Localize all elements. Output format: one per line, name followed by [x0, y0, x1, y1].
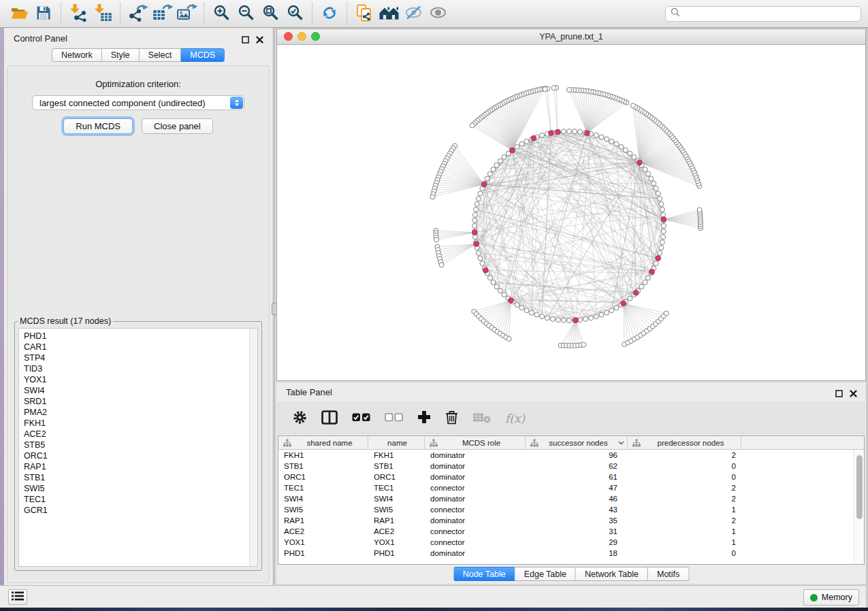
- graph-hub-node[interactable]: [481, 182, 487, 187]
- graph-node[interactable]: [545, 316, 549, 320]
- mcds-result-item[interactable]: STP4: [24, 352, 257, 363]
- graph-hub-node[interactable]: [656, 256, 661, 261]
- graph-node[interactable]: [605, 310, 609, 315]
- graph-hub-node[interactable]: [633, 290, 639, 295]
- graph-node[interactable]: [534, 312, 539, 317]
- new-network-from-selection-button[interactable]: [352, 3, 376, 24]
- graph-node[interactable]: [609, 139, 614, 144]
- graph-node[interactable]: [628, 296, 632, 301]
- graph-node[interactable]: [609, 308, 614, 313]
- graph-node[interactable]: [659, 246, 664, 250]
- graph-node[interactable]: [643, 280, 647, 285]
- column-menu-chevron-icon[interactable]: [618, 441, 624, 445]
- mcds-result-item[interactable]: STB5: [24, 440, 257, 450]
- tab-network[interactable]: Network: [52, 48, 102, 62]
- table-scrollbar-thumb[interactable]: [856, 455, 863, 519]
- table-row[interactable]: ACE2ACE2connector311: [278, 526, 864, 537]
- show-columns-button[interactable]: [321, 410, 338, 427]
- window-close-button[interactable]: [284, 32, 293, 41]
- graph-node[interactable]: [658, 197, 662, 201]
- select-all-button[interactable]: [352, 413, 370, 424]
- mcds-result-item[interactable]: ORC1: [24, 450, 257, 461]
- float-panel-icon[interactable]: [242, 34, 249, 46]
- graph-node[interactable]: [507, 337, 511, 342]
- graph-node[interactable]: [470, 123, 475, 128]
- table-row[interactable]: SWI5SWI5connector431: [278, 504, 864, 515]
- column-header-successor-nodes[interactable]: successor nodes: [526, 436, 628, 449]
- tab-mcds[interactable]: MCDS: [181, 48, 225, 62]
- graph-node[interactable]: [619, 144, 624, 149]
- graph-node[interactable]: [697, 208, 702, 212]
- table-tab-edge-table[interactable]: Edge Table: [515, 567, 576, 581]
- graph-node[interactable]: [646, 171, 651, 176]
- graph-node[interactable]: [594, 133, 598, 137]
- run-mcds-button[interactable]: Run MCDS: [63, 118, 133, 134]
- hide-button[interactable]: [401, 3, 425, 24]
- graph-node[interactable]: [573, 129, 577, 134]
- network-canvas[interactable]: [277, 45, 865, 380]
- graph-node[interactable]: [524, 139, 529, 144]
- graph-hub-node[interactable]: [555, 129, 560, 135]
- tab-style[interactable]: Style: [102, 48, 140, 62]
- table-tab-network-table[interactable]: Network Table: [576, 567, 648, 581]
- graph-hub-node[interactable]: [573, 318, 579, 323]
- graph-node[interactable]: [498, 288, 502, 293]
- graph-node[interactable]: [502, 154, 507, 159]
- table-row[interactable]: ORC1ORC1dominator610: [278, 472, 864, 482]
- graph-node[interactable]: [476, 197, 481, 201]
- graph-node[interactable]: [567, 318, 572, 323]
- graph-node[interactable]: [581, 342, 586, 347]
- graph-node[interactable]: [561, 318, 566, 323]
- graph-node[interactable]: [605, 137, 609, 142]
- export-table-button[interactable]: [150, 3, 174, 24]
- memory-button[interactable]: Memory: [803, 589, 859, 606]
- network-window-titlebar[interactable]: YPA_prune.txt_1: [277, 29, 865, 45]
- delete-column-button[interactable]: [445, 410, 458, 427]
- fit-content-button[interactable]: [258, 3, 283, 24]
- graph-node[interactable]: [589, 316, 594, 320]
- graph-hub-node[interactable]: [621, 301, 626, 306]
- graph-node[interactable]: [664, 311, 669, 316]
- zoom-in-button[interactable]: [209, 3, 234, 24]
- graph-node[interactable]: [656, 191, 660, 196]
- graph-hub-node[interactable]: [483, 267, 488, 273]
- graph-node[interactable]: [487, 276, 492, 280]
- graph-node[interactable]: [498, 159, 502, 163]
- graph-node[interactable]: [485, 176, 489, 181]
- graph-hub-node[interactable]: [585, 131, 590, 136]
- graph-node[interactable]: [474, 207, 479, 212]
- graph-hub-node[interactable]: [474, 242, 479, 247]
- graph-node[interactable]: [659, 201, 664, 206]
- close-panel-button[interactable]: Close panel: [142, 118, 213, 134]
- graph-node[interactable]: [628, 151, 632, 156]
- graph-hub-node[interactable]: [637, 160, 642, 165]
- open-file-button[interactable]: [7, 3, 31, 24]
- zoom-out-button[interactable]: [234, 3, 258, 24]
- column-header-mcds-role[interactable]: MCDS role: [425, 436, 526, 449]
- table-row[interactable]: SWI4SWI4dominator462: [278, 493, 864, 504]
- graph-node[interactable]: [556, 318, 560, 323]
- graph-node[interactable]: [632, 154, 637, 159]
- graph-node[interactable]: [654, 261, 658, 266]
- graph-node[interactable]: [599, 135, 604, 139]
- graph-hub-node[interactable]: [509, 298, 514, 303]
- table-row[interactable]: FKH1FKH1dominator962: [278, 450, 864, 461]
- houses-button[interactable]: [376, 3, 401, 24]
- graph-node[interactable]: [515, 144, 519, 149]
- graph-node[interactable]: [515, 303, 519, 308]
- graph-hub-node[interactable]: [509, 148, 515, 153]
- graph-node[interactable]: [475, 201, 479, 206]
- refresh-layout-button[interactable]: [317, 3, 342, 24]
- mcds-result-item[interactable]: TEC1: [24, 494, 257, 505]
- table-scrollbar[interactable]: [854, 450, 864, 564]
- close-table-panel-icon[interactable]: [850, 388, 857, 400]
- graph-node[interactable]: [614, 306, 619, 310]
- graph-node[interactable]: [494, 163, 499, 167]
- mcds-result-item[interactable]: ACE2: [24, 429, 257, 440]
- mcds-result-item[interactable]: YOX1: [24, 374, 257, 385]
- graph-node[interactable]: [502, 293, 507, 297]
- graph-node[interactable]: [480, 261, 485, 266]
- graph-node[interactable]: [494, 284, 499, 289]
- graph-node[interactable]: [476, 250, 481, 255]
- graph-node[interactable]: [472, 218, 477, 222]
